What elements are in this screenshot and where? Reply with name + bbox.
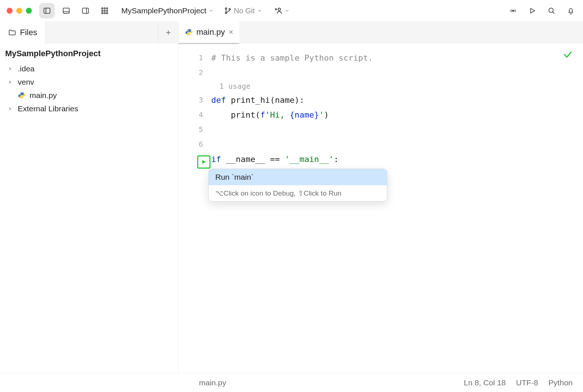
notifications-icon[interactable]: [563, 3, 579, 18]
inspection-ok-icon[interactable]: [562, 49, 573, 60]
minimize-window-button[interactable]: [16, 8, 22, 14]
workbench: Files MySamplePythonProject .idea venv: [0, 21, 583, 373]
search-icon[interactable]: [544, 3, 559, 18]
usage-inlay-hint[interactable]: 1 usage: [179, 80, 583, 92]
code-with-me-button[interactable]: [274, 6, 290, 15]
project-name: MySamplePythonProject: [121, 6, 206, 15]
folder-icon: [8, 28, 16, 37]
bottom-panel-toggle[interactable]: [58, 3, 74, 18]
python-file-icon: [18, 92, 26, 99]
chevron-down-icon: [209, 8, 214, 13]
svg-point-8: [107, 8, 108, 9]
svg-rect-2: [63, 8, 70, 14]
gutter-line[interactable]: 2: [179, 68, 211, 77]
code-comment: # This is a sample Python script.: [211, 53, 373, 62]
svg-point-13: [104, 13, 105, 14]
editor-tab-strip: main.py ×: [179, 21, 583, 44]
left-sidebar-toggle[interactable]: [39, 3, 55, 18]
tree-folder-idea[interactable]: .idea: [5, 64, 174, 74]
window-controls: [7, 8, 32, 14]
svg-point-6: [102, 8, 103, 9]
tree-folder-venv[interactable]: venv: [5, 77, 174, 87]
svg-point-7: [104, 8, 105, 9]
tool-tab-files[interactable]: Files: [0, 21, 46, 44]
chevron-right-icon: [7, 106, 14, 111]
gutter-line[interactable]: 6: [179, 140, 211, 149]
titlebar: MySamplePythonProject No Git: [0, 0, 583, 21]
status-bar: main.py Ln 8, Col 18 UTF-8 Python: [0, 373, 583, 392]
tool-window-tabs: Files: [0, 21, 178, 44]
project-selector[interactable]: MySamplePythonProject: [121, 6, 214, 15]
chevron-right-icon: [7, 80, 14, 85]
close-tab-button[interactable]: ×: [229, 27, 233, 37]
gutter-line[interactable]: 1: [179, 53, 211, 62]
vcs-label: No Git: [234, 7, 255, 15]
svg-point-21: [512, 10, 514, 11]
svg-line-24: [553, 12, 554, 13]
svg-point-17: [229, 9, 230, 10]
tree-root[interactable]: MySamplePythonProject: [5, 49, 174, 58]
tree-item-label: main.py: [30, 91, 57, 100]
tree-item-label: External Libraries: [18, 104, 78, 113]
editor-tab-label: main.py: [196, 27, 225, 37]
maximize-window-button[interactable]: [26, 8, 32, 14]
svg-point-10: [104, 10, 105, 11]
svg-point-12: [102, 13, 103, 14]
run-gutter-icon[interactable]: [197, 155, 210, 169]
language-indicator[interactable]: Python: [549, 378, 573, 387]
git-branch-icon: [224, 7, 232, 14]
svg-point-15: [225, 8, 227, 9]
file-encoding[interactable]: UTF-8: [516, 378, 538, 387]
svg-point-14: [107, 13, 108, 14]
gutter-line[interactable]: 4: [179, 110, 211, 119]
svg-point-16: [225, 12, 227, 14]
tool-tab-label: Files: [20, 28, 37, 37]
svg-point-11: [107, 10, 108, 11]
svg-marker-22: [530, 9, 535, 13]
svg-point-23: [549, 8, 553, 13]
tree-file-main-py[interactable]: main.py: [5, 90, 174, 101]
project-sidebar: Files MySamplePythonProject .idea venv: [0, 21, 178, 373]
svg-rect-4: [82, 8, 89, 14]
vcs-widget[interactable]: No Git: [224, 7, 262, 15]
svg-point-9: [102, 10, 103, 11]
add-tool-tab-button[interactable]: [158, 21, 178, 44]
project-tree[interactable]: MySamplePythonProject .idea venv main.py…: [0, 44, 178, 114]
cursor-position[interactable]: Ln 8, Col 18: [464, 378, 506, 387]
tree-external-libs[interactable]: External Libraries: [5, 104, 174, 114]
chevron-right-icon: [7, 66, 14, 71]
python-file-icon: [185, 28, 193, 36]
code-editor[interactable]: 1 # This is a sample Python script. 2 1 …: [179, 44, 583, 373]
grid-menu-icon[interactable]: [97, 3, 112, 18]
editor-area: main.py × 1 # This is a sample Python sc…: [178, 21, 583, 373]
gutter-line[interactable]: 5: [179, 125, 211, 134]
svg-point-18: [278, 8, 280, 10]
svg-rect-0: [44, 8, 50, 14]
breadcrumb[interactable]: main.py: [199, 378, 226, 387]
chevron-down-icon: [257, 8, 262, 13]
run-context-popup: Run `main` ⌥Click on icon to Debug, ⇧Cli…: [208, 169, 387, 202]
tree-item-label: venv: [18, 78, 34, 87]
editor-tab-main-py[interactable]: main.py ×: [179, 21, 239, 44]
gutter-line[interactable]: 3: [179, 95, 211, 104]
tree-item-label: .idea: [18, 64, 35, 73]
broadcast-icon[interactable]: [505, 3, 521, 18]
run-button[interactable]: [525, 3, 540, 18]
run-main-menu-item[interactable]: Run `main`: [209, 169, 387, 185]
run-popup-hint: ⌥Click on icon to Debug, ⇧Click to Run: [209, 185, 387, 201]
svg-marker-27: [202, 160, 206, 164]
right-sidebar-toggle[interactable]: [78, 3, 93, 18]
close-window-button[interactable]: [7, 8, 13, 14]
